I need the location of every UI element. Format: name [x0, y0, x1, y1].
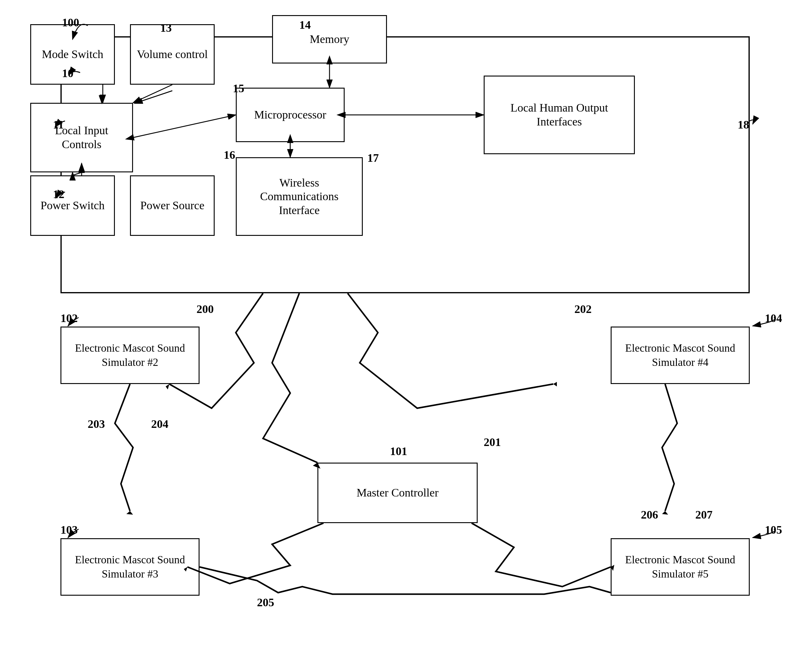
- label-18: 18: [738, 118, 749, 131]
- mascot-4-label: Electronic Mascot Sound Simulator #4: [612, 341, 749, 370]
- label-16: 16: [224, 148, 235, 162]
- mascot-3-label: Electronic Mascot Sound Simulator #3: [61, 553, 198, 581]
- memory-label: Memory: [310, 32, 350, 46]
- local-input-box: Local Input Controls: [30, 103, 133, 172]
- label-205: 205: [257, 596, 274, 609]
- mascot-5-label: Electronic Mascot Sound Simulator #5: [612, 553, 749, 581]
- microprocessor-box: Microprocessor: [236, 88, 345, 142]
- mascot-5-box: Electronic Mascot Sound Simulator #5: [611, 538, 750, 596]
- svg-marker-18: [662, 511, 668, 515]
- label-15: 15: [233, 82, 244, 95]
- mascot-4-box: Electronic Mascot Sound Simulator #4: [611, 327, 750, 384]
- label-207: 207: [695, 508, 713, 521]
- wireless-box: Wireless Communications Interface: [236, 157, 363, 236]
- diagram-container: Mode Switch Volume control Memory Local …: [0, 0, 812, 651]
- label-10: 10: [62, 67, 73, 80]
- mascot-2-label: Electronic Mascot Sound Simulator #2: [61, 341, 198, 370]
- label-11: 11: [53, 118, 64, 131]
- label-202: 202: [574, 303, 592, 316]
- mode-switch-label: Mode Switch: [42, 47, 104, 61]
- label-102: 102: [61, 312, 78, 325]
- memory-box: Memory: [272, 15, 387, 64]
- label-13: 13: [160, 21, 172, 34]
- label-104: 104: [765, 312, 782, 325]
- label-206: 206: [641, 508, 658, 521]
- label-100: 100: [62, 16, 79, 29]
- svg-marker-16: [127, 511, 133, 515]
- power-source-box: Power Source: [130, 176, 215, 236]
- svg-marker-13: [166, 384, 169, 390]
- label-105: 105: [765, 523, 782, 536]
- label-201: 201: [484, 436, 501, 449]
- power-switch-label: Power Switch: [41, 199, 105, 212]
- volume-control-label: Volume control: [137, 47, 208, 61]
- svg-marker-14: [553, 382, 557, 387]
- master-controller-box: Master Controller: [317, 463, 478, 523]
- microprocessor-label: Microprocessor: [254, 108, 326, 122]
- mascot-3-box: Electronic Mascot Sound Simulator #3: [61, 538, 200, 596]
- label-103: 103: [61, 523, 78, 536]
- local-input-label: Local Input Controls: [34, 124, 129, 151]
- wireless-label: Wireless Communications Interface: [240, 176, 359, 217]
- label-203: 203: [88, 417, 105, 431]
- power-switch-box: Power Switch: [30, 176, 115, 236]
- local-output-box: Local Human Output Interfaces: [484, 76, 635, 154]
- label-12: 12: [53, 188, 64, 201]
- label-204: 204: [151, 417, 168, 431]
- local-output-label: Local Human Output Interfaces: [488, 101, 631, 128]
- master-controller-label: Master Controller: [356, 485, 438, 500]
- power-source-label: Power Source: [140, 199, 205, 212]
- label-101: 101: [390, 445, 407, 458]
- volume-control-box: Volume control: [130, 24, 215, 85]
- mascot-2-box: Electronic Mascot Sound Simulator #2: [61, 327, 200, 384]
- label-200: 200: [197, 303, 214, 316]
- label-17: 17: [367, 151, 379, 165]
- label-14: 14: [299, 18, 311, 31]
